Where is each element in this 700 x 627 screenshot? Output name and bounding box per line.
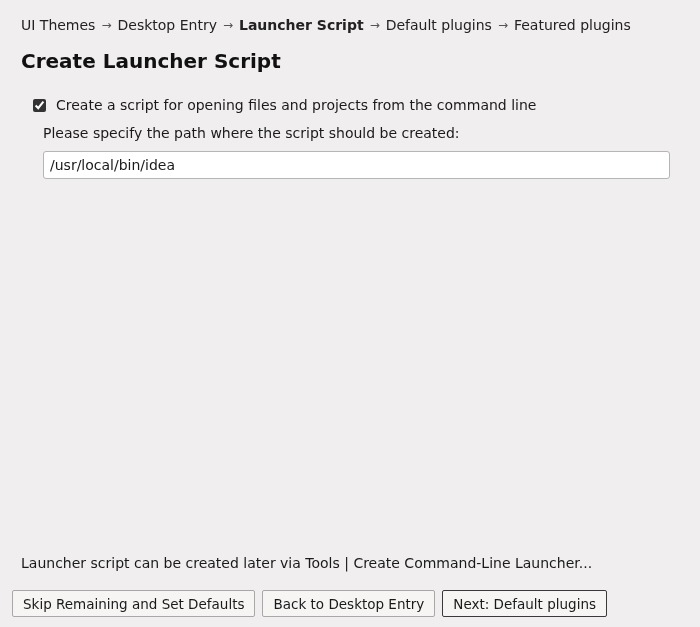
chevron-right-icon: → <box>223 18 233 32</box>
create-script-checkbox-row: Create a script for opening files and pr… <box>33 97 669 113</box>
path-hint-label: Please specify the path where the script… <box>43 125 669 141</box>
breadcrumb-desktop-entry[interactable]: Desktop Entry <box>117 17 216 33</box>
chevron-right-icon: → <box>498 18 508 32</box>
script-path-input[interactable] <box>43 151 670 179</box>
content-area: Create a script for opening files and pr… <box>0 91 700 179</box>
next-button[interactable]: Next: Default plugins <box>442 590 607 617</box>
chevron-right-icon: → <box>370 18 380 32</box>
page-title: Create Launcher Script <box>0 43 700 91</box>
breadcrumb-featured-plugins[interactable]: Featured plugins <box>514 17 631 33</box>
footer-note: Launcher script can be created later via… <box>21 555 592 571</box>
breadcrumb-ui-themes[interactable]: UI Themes <box>21 17 95 33</box>
breadcrumb: UI Themes → Desktop Entry → Launcher Scr… <box>0 0 700 43</box>
create-script-checkbox[interactable] <box>33 99 46 112</box>
breadcrumb-default-plugins[interactable]: Default plugins <box>386 17 492 33</box>
breadcrumb-launcher-script[interactable]: Launcher Script <box>239 17 364 33</box>
chevron-right-icon: → <box>101 18 111 32</box>
footer-buttons: Skip Remaining and Set Defaults Back to … <box>12 590 688 617</box>
back-button[interactable]: Back to Desktop Entry <box>262 590 435 617</box>
skip-remaining-button[interactable]: Skip Remaining and Set Defaults <box>12 590 255 617</box>
create-script-checkbox-label: Create a script for opening files and pr… <box>56 97 536 113</box>
